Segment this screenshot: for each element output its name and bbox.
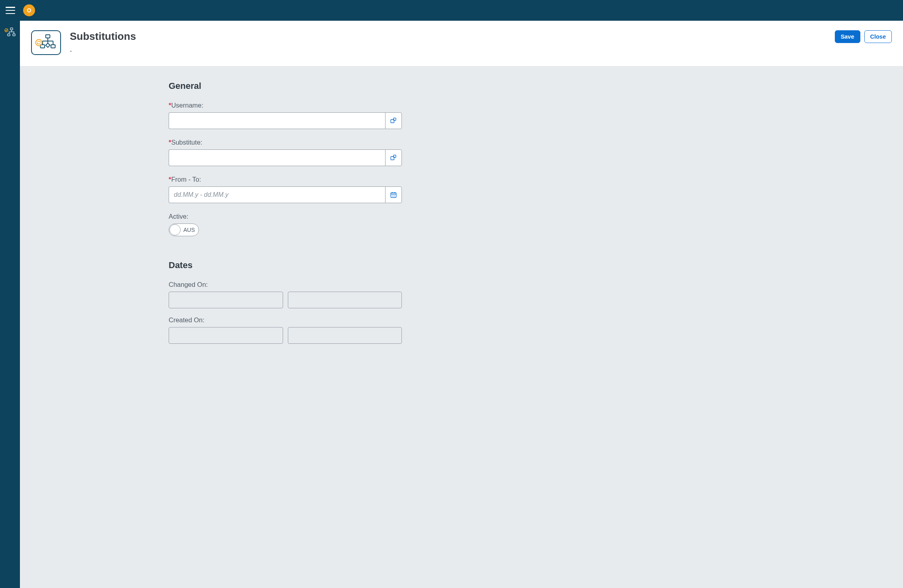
from-to-field: *From - To: — [169, 176, 402, 203]
created-on-field: Created On: — [169, 316, 402, 344]
created-on-by-value — [288, 327, 402, 344]
page-header: Substitutions - Save Close — [20, 21, 903, 67]
changed-on-field: Changed On: — [169, 281, 402, 308]
created-on-date-value — [169, 327, 283, 344]
svg-point-20 — [392, 196, 393, 197]
username-value-help-button[interactable] — [385, 112, 402, 129]
changed-on-by-value — [288, 292, 402, 308]
svg-point-21 — [393, 196, 394, 197]
from-to-input[interactable] — [169, 186, 385, 203]
changed-on-label: Changed On: — [169, 281, 402, 288]
value-help-icon — [390, 117, 397, 124]
active-toggle[interactable]: AUS — [169, 223, 199, 236]
section-general-title: General — [169, 81, 402, 91]
changed-on-date-value — [169, 292, 283, 308]
toggle-text: AUS — [183, 227, 195, 233]
svg-rect-4 — [45, 35, 50, 38]
section-dates-title: Dates — [169, 260, 402, 270]
shell: Substitutions - Save Close General *User… — [0, 21, 903, 588]
value-help-icon — [390, 154, 397, 161]
svg-point-18 — [393, 195, 394, 196]
toggle-knob — [169, 224, 181, 235]
menu-toggle-button[interactable] — [6, 7, 15, 14]
substitute-field: *Substitute: — [169, 139, 402, 166]
section-dates: Dates Changed On: Created On: — [169, 260, 402, 344]
username-label: *Username: — [169, 102, 402, 109]
workflow-nav-icon[interactable] — [4, 26, 16, 39]
form: General *Username: — [169, 81, 402, 344]
page-titles: Substitutions - — [70, 30, 826, 55]
substitute-input[interactable] — [169, 149, 385, 166]
avatar-initial: O — [27, 7, 31, 14]
active-label: Active: — [169, 213, 402, 220]
substitutions-icon — [31, 30, 61, 55]
main-area: Substitutions - Save Close General *User… — [20, 21, 903, 588]
save-button[interactable]: Save — [835, 30, 860, 43]
username-field: *Username: — [169, 102, 402, 129]
svg-point-22 — [394, 196, 395, 197]
form-body: General *Username: — [20, 67, 903, 588]
user-avatar[interactable]: O — [23, 4, 35, 16]
top-bar: O — [0, 0, 903, 21]
svg-point-0 — [5, 29, 8, 32]
svg-point-19 — [394, 195, 395, 196]
from-to-label: *From - To: — [169, 176, 402, 183]
svg-point-8 — [35, 39, 42, 46]
svg-marker-6 — [45, 43, 50, 47]
page-title: Substitutions — [70, 30, 826, 43]
calendar-icon — [390, 191, 397, 198]
svg-rect-1 — [10, 28, 13, 30]
left-nav — [0, 21, 20, 588]
created-on-label: Created On: — [169, 316, 402, 324]
svg-point-17 — [392, 195, 393, 196]
from-to-datepicker-button[interactable] — [385, 186, 402, 203]
page-subtitle: - — [70, 47, 826, 55]
close-button[interactable]: Close — [864, 30, 892, 43]
substitute-label: *Substitute: — [169, 139, 402, 146]
svg-rect-7 — [51, 45, 55, 48]
username-input[interactable] — [169, 112, 385, 129]
svg-rect-2 — [8, 34, 10, 36]
substitute-value-help-button[interactable] — [385, 149, 402, 166]
svg-rect-3 — [13, 34, 15, 36]
header-actions: Save Close — [835, 30, 892, 43]
active-field: Active: AUS — [169, 213, 402, 236]
